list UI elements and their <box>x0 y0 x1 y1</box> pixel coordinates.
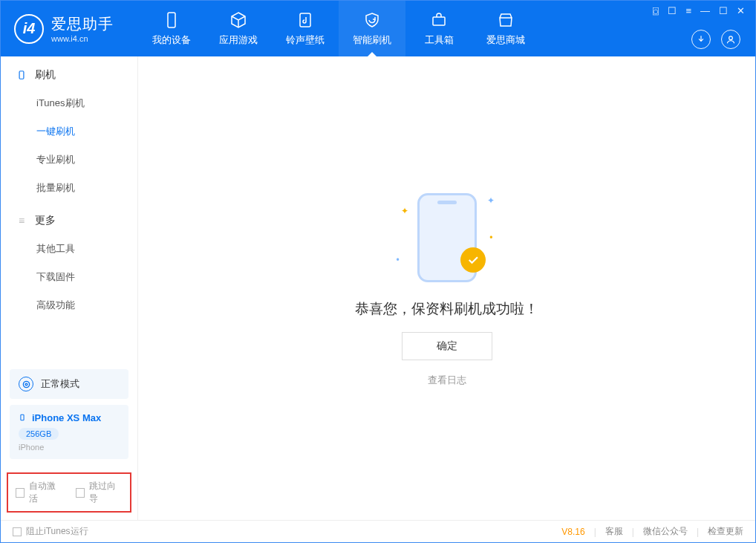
sidebar: 刷机 iTunes刷机 一键刷机 专业刷机 批量刷机 ≡ 更多 其他工具 下载固… <box>1 56 138 520</box>
nav-label: 工具箱 <box>425 33 454 47</box>
sparkle-icon: ✦ <box>401 206 408 216</box>
mode-card[interactable]: 正常模式 <box>10 369 128 399</box>
sidebar-group-flash: 刷机 <box>1 56 137 89</box>
maximize-button[interactable]: ☐ <box>719 5 728 16</box>
svg-rect-1 <box>300 13 310 27</box>
checkbox-icon <box>76 488 85 498</box>
sidebar-item-pro-flash[interactable]: 专业刷机 <box>1 146 137 174</box>
lock-icon[interactable]: ☐ <box>668 5 677 16</box>
svg-rect-2 <box>433 17 445 25</box>
sidebar-item-download-firmware[interactable]: 下载固件 <box>1 263 137 291</box>
device-cards: 正常模式 iPhone XS Max 256GB iPhone <box>1 369 137 459</box>
footer-link-update[interactable]: 检查更新 <box>708 525 743 538</box>
music-file-icon <box>296 10 315 30</box>
sidebar-group-title: 更多 <box>35 214 56 227</box>
nav-label: 我的设备 <box>152 33 191 47</box>
checkbox-label: 阻止iTunes运行 <box>26 525 88 538</box>
sidebar-group-more: ≡ 更多 <box>1 202 137 235</box>
footer-link-wechat[interactable]: 微信公众号 <box>643 525 688 538</box>
footer-link-support[interactable]: 客服 <box>605 525 623 538</box>
mode-icon <box>19 377 33 391</box>
device-icon <box>16 69 27 81</box>
window-controls: ⌼ ☐ ≡ — ☐ ✕ <box>653 5 745 16</box>
skip-guide-checkbox[interactable]: 跳过向导 <box>76 480 123 505</box>
sparkle-icon: ✦ <box>487 195 495 206</box>
success-illustration: ✦ ✦ • • <box>395 189 499 286</box>
account-icons <box>691 30 745 49</box>
version-label: V8.16 <box>561 527 584 537</box>
ok-button[interactable]: 确定 <box>402 332 492 360</box>
device-name-row: iPhone XS Max <box>19 412 120 423</box>
list-icon: ≡ <box>16 215 27 227</box>
separator: | <box>697 527 699 537</box>
success-message: 恭喜您，保资料刷机成功啦！ <box>355 299 538 319</box>
checkbox-icon <box>13 527 22 536</box>
logo-icon: i4 <box>14 14 44 44</box>
phone-icon <box>162 10 181 30</box>
separator: | <box>594 527 596 537</box>
svg-point-5 <box>25 383 27 386</box>
nav-label: 智能刷机 <box>353 33 391 47</box>
app-header: i4 爱思助手 www.i4.cn 我的设备 应用游戏 铃声壁纸 智能刷机 工具… <box>1 1 755 56</box>
minimize-button[interactable]: — <box>700 5 710 16</box>
logo-text: 爱思助手 www.i4.cn <box>51 14 114 43</box>
checkbox-icon <box>16 488 25 498</box>
highlighted-checkbox-row: 自动激活 跳过向导 <box>7 472 131 513</box>
cube-icon <box>229 10 248 30</box>
header-right: ⌼ ☐ ≡ — ☐ ✕ <box>650 1 748 56</box>
sidebar-item-batch-flash[interactable]: 批量刷机 <box>1 174 137 202</box>
nav-label: 应用游戏 <box>219 33 258 47</box>
svg-rect-7 <box>21 414 24 420</box>
device-phone-icon <box>19 412 26 423</box>
nav-store[interactable]: 爱思商城 <box>472 1 539 56</box>
svg-rect-0 <box>168 13 175 27</box>
nav-toolbox[interactable]: 工具箱 <box>405 1 472 56</box>
nav-apps[interactable]: 应用游戏 <box>205 1 272 56</box>
close-button[interactable]: ✕ <box>737 5 745 16</box>
body: 刷机 iTunes刷机 一键刷机 专业刷机 批量刷机 ≡ 更多 其他工具 下载固… <box>1 56 755 520</box>
main-content: ✦ ✦ • • 恭喜您，保资料刷机成功啦！ 确定 查看日志 <box>138 56 755 520</box>
device-name: iPhone XS Max <box>32 412 101 423</box>
device-card[interactable]: iPhone XS Max 256GB iPhone <box>10 405 128 459</box>
block-itunes-checkbox[interactable]: 阻止iTunes运行 <box>13 525 88 538</box>
top-nav: 我的设备 应用游戏 铃声壁纸 智能刷机 工具箱 爱思商城 <box>138 1 539 56</box>
checkbox-label: 跳过向导 <box>89 480 123 505</box>
device-type: iPhone <box>19 443 120 452</box>
sidebar-item-other-tools[interactable]: 其他工具 <box>1 235 137 263</box>
nav-ringtone[interactable]: 铃声壁纸 <box>272 1 339 56</box>
sparkle-icon: • <box>489 233 492 243</box>
shirt-icon[interactable]: ⌼ <box>653 5 659 16</box>
app-name-en: www.i4.cn <box>51 34 114 43</box>
logo-area: i4 爱思助手 www.i4.cn <box>1 1 138 56</box>
check-badge-icon <box>460 247 486 273</box>
sidebar-item-itunes-flash[interactable]: iTunes刷机 <box>1 89 137 117</box>
checkbox-label: 自动激活 <box>29 480 62 505</box>
download-icon[interactable] <box>691 30 711 49</box>
device-storage: 256GB <box>19 428 59 440</box>
separator: | <box>632 527 634 537</box>
svg-point-3 <box>729 36 733 40</box>
svg-rect-4 <box>19 71 24 79</box>
sidebar-item-onekey-flash[interactable]: 一键刷机 <box>1 117 137 146</box>
menu-icon[interactable]: ≡ <box>685 5 691 16</box>
status-bar: 阻止iTunes运行 V8.16 | 客服 | 微信公众号 | 检查更新 <box>1 520 755 542</box>
toolbox-icon <box>429 10 449 30</box>
nav-flash[interactable]: 智能刷机 <box>339 1 405 56</box>
auto-activate-checkbox[interactable]: 自动激活 <box>16 480 62 505</box>
sparkle-icon: • <box>397 255 400 265</box>
sidebar-group-title: 刷机 <box>35 68 56 82</box>
store-icon <box>496 10 515 30</box>
sidebar-item-advanced[interactable]: 高级功能 <box>1 291 137 319</box>
nav-label: 铃声壁纸 <box>286 33 325 47</box>
nav-my-device[interactable]: 我的设备 <box>138 1 205 56</box>
view-log-link[interactable]: 查看日志 <box>428 374 466 387</box>
user-icon[interactable] <box>721 30 740 49</box>
app-name-cn: 爱思助手 <box>51 14 114 34</box>
refresh-shield-icon <box>362 10 382 30</box>
mode-label: 正常模式 <box>41 377 79 391</box>
nav-label: 爱思商城 <box>486 33 525 47</box>
svg-point-6 <box>23 381 29 387</box>
